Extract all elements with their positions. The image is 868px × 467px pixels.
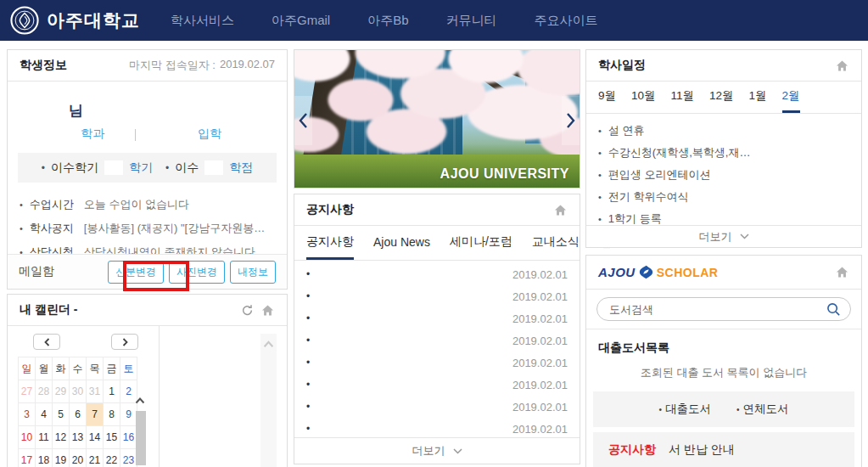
home-icon[interactable] [260, 302, 275, 318]
calendar-day[interactable]: 28 [36, 380, 53, 403]
tab-month-10[interactable]: 10월 [631, 82, 656, 113]
notice-date: 2019.02.01 [512, 379, 568, 391]
calendar-scrollbar[interactable] [135, 392, 147, 465]
notice-item[interactable]: •2019.02.01 [306, 263, 568, 285]
book-search-input[interactable] [596, 297, 851, 321]
tab-month-11[interactable]: 11월 [671, 82, 695, 113]
brand-ajou-text: AJOU [598, 265, 636, 279]
calendar-day[interactable]: 8 [104, 403, 120, 426]
bullet: • [658, 405, 662, 414]
my-calendar-panel: 내 캘린더 - 일 월 화 수 목 [7, 294, 288, 467]
notice-item[interactable]: •2019.02.01 [306, 307, 568, 329]
menu-item-ajou-gmail[interactable]: 아주Gmail [272, 13, 330, 29]
brand-scholar-text: SCHOLAR [657, 266, 719, 279]
info-label: 수업시간 [30, 197, 74, 212]
tab-seminar-forum[interactable]: 세미나/포럼 [450, 226, 512, 260]
home-icon[interactable] [834, 265, 849, 280]
calendar-day[interactable]: 4 [36, 403, 53, 426]
calendar-day[interactable]: 3 [19, 403, 36, 426]
scholar-emblem-icon [639, 265, 653, 279]
panel-scrollbar-track[interactable] [260, 334, 277, 467]
calendar-day[interactable]: 17 [19, 449, 36, 467]
tab-month-9[interactable]: 9월 [598, 82, 616, 113]
credit-label: 이수 [175, 160, 199, 176]
bullet: • [306, 335, 310, 346]
academic-notice-link[interactable]: [봉사활동] (재공지) "[강남구자원봉사센터]… [84, 221, 275, 236]
bullet: • [306, 312, 310, 324]
calendar-day[interactable]: 18 [36, 449, 53, 467]
top-navbar: 아주대학교 학사서비스 아주Gmail 아주Bb 커뮤니티 주요사이트 [0, 0, 868, 41]
loan-links-bar: •대출도서 •연체도서 [593, 391, 854, 427]
carousel-next-arrow[interactable] [562, 96, 580, 145]
student-panel-title: 학생정보 [20, 58, 67, 73]
calendar-day[interactable]: 13 [70, 426, 87, 449]
tab-month-2[interactable]: 2월 [782, 82, 800, 113]
calendar-day[interactable]: 15 [104, 426, 120, 449]
menu-item-haksa-service[interactable]: 학사서비스 [171, 13, 234, 29]
notice-item[interactable]: •2019.02.01 [306, 374, 568, 396]
menu-item-major-sites[interactable]: 주요사이트 [535, 13, 598, 29]
notice-item[interactable]: •2019.02.01 [306, 396, 568, 418]
notice-date: 2019.02.01 [512, 268, 568, 281]
calendar-day[interactable]: 1 [104, 380, 120, 403]
calendar-day[interactable]: 21 [87, 449, 104, 467]
scrollbar-thumb[interactable] [136, 411, 146, 465]
calendar-day[interactable]: 29 [53, 380, 70, 403]
academic-schedule-panel: 학사일정 9월 10월 11월 12월 1월 2월 •설 연휴 •수강신청(재학… [585, 49, 862, 248]
notice-date: 2019.02.01 [512, 335, 568, 347]
semester-label: 이수학기 [51, 160, 98, 176]
notice-item[interactable]: •2019.02.01 [306, 329, 568, 352]
schedule-month-tabs: 9월 10월 11월 12월 1월 2월 [586, 82, 861, 114]
refresh-icon[interactable] [239, 302, 255, 318]
tab-month-12[interactable]: 12월 [709, 82, 734, 113]
dow-mon: 월 [36, 357, 53, 380]
tab-month-1[interactable]: 1월 [749, 82, 767, 113]
calendar-day[interactable]: 14 [87, 426, 104, 449]
calendar-day[interactable]: 20 [70, 449, 87, 467]
calendar-next-button[interactable] [111, 334, 138, 350]
my-info-button[interactable]: 내정보 [230, 261, 276, 284]
info-value: 오늘 수업이 없습니다 [84, 197, 189, 212]
university-logo[interactable]: 아주대학교 [10, 6, 140, 35]
notice-item[interactable]: •2019.02.01 [306, 352, 568, 374]
notices-more-button[interactable]: 더보기 [294, 437, 580, 464]
library-panel: AJOU SCHOLAR 대출도서목록 조회된 대출 도서 목록이 없습니다 •… [585, 255, 862, 467]
tab-campus-news[interactable]: 교내소식 [532, 226, 580, 260]
calendar-day[interactable]: 31 [87, 380, 104, 403]
home-icon[interactable] [834, 58, 849, 73]
home-icon[interactable] [552, 202, 568, 217]
more-label: 더보기 [699, 229, 732, 245]
search-icon[interactable] [826, 302, 841, 320]
calendar-prev-button[interactable] [33, 334, 60, 350]
carousel-prev-arrow[interactable] [294, 96, 312, 145]
schedule-list: •설 연휴 •수강신청(재학생,복학생,재… •편입생 오리엔테이션 •전기 학… [586, 114, 861, 230]
mailbox-section[interactable]: 메일함 [19, 264, 54, 279]
calendar-day[interactable]: 10 [19, 426, 36, 449]
dow-sat: 토 [120, 357, 137, 380]
tab-notices[interactable]: 공지사항 [306, 226, 354, 260]
calendar-day[interactable]: 19 [53, 449, 70, 467]
loan-list-title: 대출도서목록 [586, 329, 861, 357]
change-photo-button[interactable]: 사진변경 [169, 261, 225, 284]
schedule-more-button[interactable]: 더보기 [586, 225, 861, 247]
library-notice-bar[interactable]: 공지사항 서 반납 안내 [593, 432, 854, 467]
menu-item-ajou-bb[interactable]: 아주Bb [367, 13, 408, 29]
bullet: • [20, 223, 23, 234]
calendar-day[interactable]: 30 [70, 380, 87, 403]
loaned-books-link[interactable]: •대출도서 [658, 402, 711, 417]
tab-ajou-news[interactable]: Ajou News [373, 226, 430, 260]
calendar-day[interactable]: 5 [53, 403, 70, 426]
schedule-item-text: 설 연휴 [608, 123, 645, 138]
overdue-books-link[interactable]: •연체도서 [736, 402, 789, 417]
notice-item[interactable]: •2019.02.01 [306, 285, 568, 307]
calendar-day[interactable]: 12 [53, 426, 70, 449]
calendar-day[interactable]: 11 [36, 426, 53, 449]
menu-item-community[interactable]: 커뮤니티 [446, 13, 497, 29]
calendar-day-today[interactable]: 7 [87, 403, 104, 426]
calendar-day[interactable]: 6 [70, 403, 87, 426]
calendar-day[interactable]: 27 [19, 380, 36, 403]
change-status-button[interactable]: 신분변경 [108, 261, 164, 284]
ajou-scholar-logo[interactable]: AJOU SCHOLAR [598, 265, 718, 279]
scroll-up-icon [135, 397, 145, 404]
calendar-day[interactable]: 22 [104, 449, 120, 467]
